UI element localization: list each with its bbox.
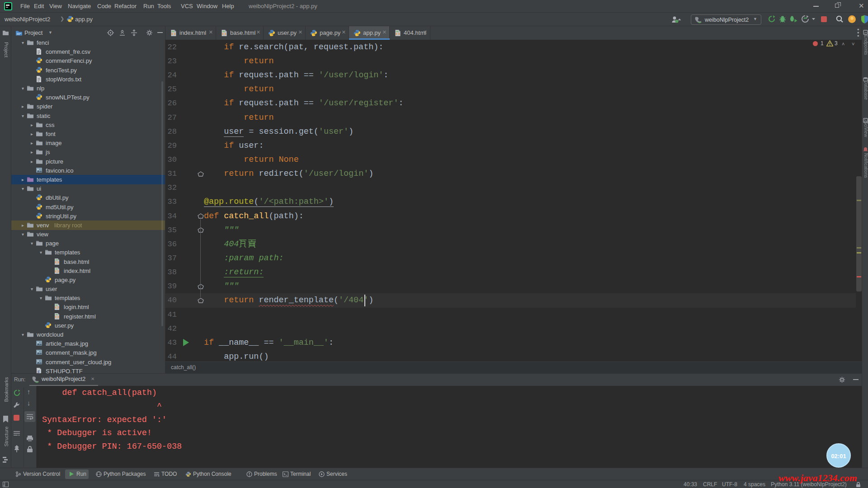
svg-text:F: F bbox=[38, 370, 40, 373]
